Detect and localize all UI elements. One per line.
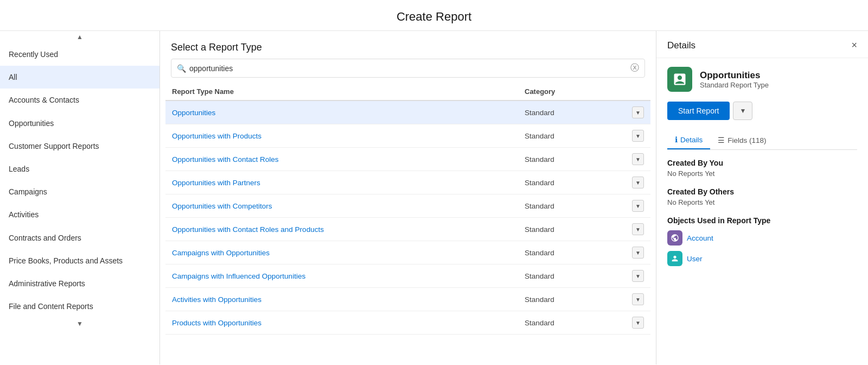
category-label: Standard <box>525 155 554 163</box>
row-dropdown-arrow[interactable]: ▼ <box>632 106 644 118</box>
row-dropdown-arrow[interactable]: ▼ <box>632 130 644 142</box>
table-row[interactable]: Opportunities with Contact RolesStandard… <box>165 148 650 171</box>
report-name-link[interactable]: Campaigns with Influenced Opportunities <box>172 272 525 280</box>
sidebar: ▲ Recently UsedAllAccounts & ContactsOpp… <box>0 31 160 364</box>
page-title: Create Report <box>0 0 868 31</box>
category-cell: Standard▼ <box>525 270 644 282</box>
details-panel-title: Details <box>667 40 695 51</box>
sidebar-scroll-down[interactable]: ▼ <box>0 318 159 330</box>
category-label: Standard <box>525 225 554 234</box>
table-row[interactable]: OpportunitiesStandard▼ <box>165 101 650 124</box>
category-cell: Standard▼ <box>525 293 644 305</box>
center-header: Select a Report Type <box>160 31 656 59</box>
category-cell: Standard▼ <box>525 247 644 259</box>
entity-type: Standard Report Type <box>700 81 769 89</box>
user-object-icon <box>667 251 682 266</box>
row-dropdown-arrow[interactable]: ▼ <box>632 200 644 212</box>
category-cell: Standard▼ <box>525 200 644 212</box>
report-name-link[interactable]: Campaigns with Opportunities <box>172 249 525 257</box>
report-name-link[interactable]: Activities with Opportunities <box>172 295 525 304</box>
search-input[interactable] <box>186 63 630 74</box>
entity-icon <box>667 67 692 92</box>
table-row[interactable]: Campaigns with Influenced OpportunitiesS… <box>165 265 650 288</box>
sidebar-item-admin-reports[interactable]: Administrative Reports <box>0 272 159 295</box>
close-icon[interactable]: × <box>851 40 857 51</box>
table-row[interactable]: Opportunities with CompetitorsStandard▼ <box>165 194 650 218</box>
table-row[interactable]: Products with OpportunitiesStandard▼ <box>165 311 650 335</box>
report-name-link[interactable]: Opportunities with Contact Roles and Pro… <box>172 225 525 234</box>
sidebar-item-all[interactable]: All <box>0 66 159 89</box>
row-dropdown-arrow[interactable]: ▼ <box>632 223 644 235</box>
table-row[interactable]: Activities with OpportunitiesStandard▼ <box>165 288 650 311</box>
sidebar-item-accounts-contacts[interactable]: Accounts & Contacts <box>0 89 159 111</box>
sidebar-item-leads[interactable]: Leads <box>0 158 159 180</box>
details-body: Opportunities Standard Report Type Start… <box>656 58 868 364</box>
main-layout: ▲ Recently UsedAllAccounts & ContactsOpp… <box>0 31 868 364</box>
details-tabs: ℹ Details☰ Fields (118) <box>667 131 857 150</box>
sidebar-item-file-content[interactable]: File and Content Reports <box>0 295 159 318</box>
dropdown-button[interactable]: ▼ <box>733 102 752 120</box>
col-report-type-name: Report Type Name <box>172 87 525 96</box>
sidebar-scroll-up[interactable]: ▲ <box>0 31 159 43</box>
tab-label: Details <box>680 136 703 144</box>
details-section-created-by-others: Created By OthersNo Reports Yet <box>667 187 857 206</box>
row-dropdown-arrow[interactable]: ▼ <box>632 247 644 259</box>
section-value: No Reports Yet <box>667 169 857 178</box>
objects-section-title: Objects Used in Report Type <box>667 216 857 225</box>
category-label: Standard <box>525 249 554 257</box>
details-tab-details[interactable]: ℹ Details <box>667 131 710 149</box>
sidebar-item-customer-support[interactable]: Customer Support Reports <box>0 135 159 158</box>
table-row[interactable]: Opportunities with Contact Roles and Pro… <box>165 218 650 241</box>
category-cell: Standard▼ <box>525 153 644 165</box>
info-icon: ℹ <box>675 135 678 144</box>
category-cell: Standard▼ <box>525 130 644 142</box>
category-label: Standard <box>525 109 554 117</box>
table-row[interactable]: Opportunities with ProductsStandard▼ <box>165 124 650 148</box>
category-label: Standard <box>525 179 554 187</box>
category-cell: Standard▼ <box>525 223 644 235</box>
category-label: Standard <box>525 202 554 210</box>
objects-section: Objects Used in Report Type AccountUser <box>667 216 857 266</box>
category-label: Standard <box>525 295 554 304</box>
category-label: Standard <box>525 272 554 280</box>
table-row[interactable]: Campaigns with OpportunitiesStandard▼ <box>165 241 650 265</box>
search-bar: 🔍 ⓧ <box>171 59 645 78</box>
details-panel: Details × Opportunities Standard Report … <box>656 31 868 364</box>
section-title: Created By You <box>667 159 857 167</box>
report-name-link[interactable]: Opportunities with Competitors <box>172 202 525 210</box>
row-dropdown-arrow[interactable]: ▼ <box>632 293 644 305</box>
category-cell: Standard▼ <box>525 177 644 188</box>
table-header: Report Type Name Category <box>165 83 650 101</box>
center-panel: Select a Report Type 🔍 ⓧ Report Type Nam… <box>160 31 656 364</box>
section-value: No Reports Yet <box>667 198 857 206</box>
object-name-link-user[interactable]: User <box>687 255 703 263</box>
row-dropdown-arrow[interactable]: ▼ <box>632 317 644 329</box>
start-report-button[interactable]: Start Report <box>667 102 730 120</box>
sidebar-item-recently-used[interactable]: Recently Used <box>0 43 159 66</box>
sidebar-item-contracts-orders[interactable]: Contracts and Orders <box>0 226 159 249</box>
sidebar-item-activities[interactable]: Activities <box>0 203 159 226</box>
sidebar-item-opportunities[interactable]: Opportunities <box>0 112 159 135</box>
object-name-link-account[interactable]: Account <box>687 234 713 242</box>
details-header: Details × <box>656 31 868 58</box>
row-dropdown-arrow[interactable]: ▼ <box>632 177 644 188</box>
object-item-account: Account <box>667 230 857 246</box>
report-name-link[interactable]: Opportunities with Products <box>172 132 525 140</box>
entity-name: Opportunities <box>700 70 769 81</box>
report-name-link[interactable]: Opportunities <box>172 109 525 117</box>
report-name-link[interactable]: Opportunities with Contact Roles <box>172 155 525 163</box>
details-tab-fields[interactable]: ☰ Fields (118) <box>710 131 774 149</box>
sidebar-item-price-books[interactable]: Price Books, Products and Assets <box>0 249 159 272</box>
entity-info: Opportunities Standard Report Type <box>700 70 769 89</box>
search-clear-icon[interactable]: ⓧ <box>630 62 639 74</box>
table-row[interactable]: Opportunities with PartnersStandard▼ <box>165 171 650 194</box>
sidebar-item-campaigns[interactable]: Campaigns <box>0 180 159 203</box>
section-title: Created By Others <box>667 187 857 196</box>
report-name-link[interactable]: Products with Opportunities <box>172 319 525 327</box>
account-object-icon <box>667 230 682 246</box>
row-dropdown-arrow[interactable]: ▼ <box>632 270 644 282</box>
details-entity: Opportunities Standard Report Type <box>667 67 857 92</box>
category-label: Standard <box>525 132 554 140</box>
report-name-link[interactable]: Opportunities with Partners <box>172 179 525 187</box>
row-dropdown-arrow[interactable]: ▼ <box>632 153 644 165</box>
